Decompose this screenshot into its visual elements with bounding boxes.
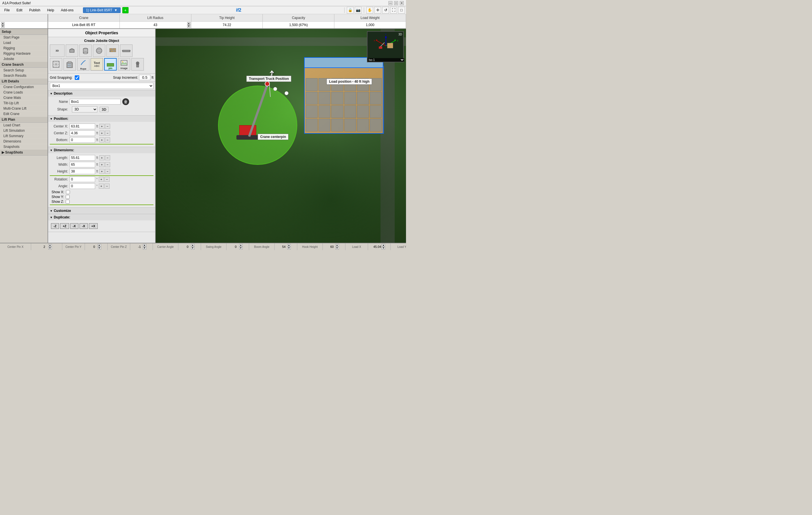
ca-down[interactable]: ▼: [191, 247, 195, 249]
lift-radius-up[interactable]: ▲: [187, 22, 191, 25]
bottom-plus[interactable]: +: [99, 137, 105, 142]
description-header[interactable]: ▼ Description: [48, 90, 155, 97]
create-sphere-button[interactable]: [93, 45, 105, 57]
center-z-input[interactable]: [70, 130, 95, 136]
lock-icon[interactable]: 🔒: [347, 7, 354, 13]
create-building-button[interactable]: [63, 58, 76, 71]
3d-viewport[interactable]: ↑ Transport Truck Position Crane centerp…: [156, 29, 406, 243]
sidebar-item-rigging-hardware[interactable]: Rigging Hardware: [0, 51, 48, 56]
create-text-button[interactable]: Text ABC: [91, 58, 103, 71]
create-image-button[interactable]: Image: [118, 58, 130, 71]
dup-neg-z[interactable]: -Z: [51, 223, 59, 229]
menu-help[interactable]: Help: [44, 7, 57, 13]
menu-file[interactable]: File: [1, 7, 13, 13]
sidebar-item-load[interactable]: Load: [0, 40, 48, 46]
create-ground-button[interactable]: pin: [104, 58, 117, 71]
hh-down[interactable]: ▼: [336, 247, 339, 249]
angle-plus[interactable]: +: [99, 184, 104, 189]
angle-minus[interactable]: −: [105, 184, 110, 189]
height-input[interactable]: [70, 168, 95, 174]
position-header[interactable]: ▼ Position:: [48, 115, 155, 122]
sidebar-item-search-results[interactable]: Search Results: [0, 73, 48, 79]
sidebar-item-lift-simulation[interactable]: Lift Simulation: [0, 128, 48, 133]
height-minus[interactable]: −: [105, 169, 110, 174]
grid-snapping-checkbox[interactable]: [75, 75, 79, 80]
cpx-up[interactable]: ▲: [49, 244, 52, 247]
center-z-plus[interactable]: +: [99, 131, 105, 136]
length-input[interactable]: [70, 155, 95, 161]
crane-selector-dropdown[interactable]: 1) Link-Belt 85RT ▼: [83, 7, 121, 13]
rotation-minus[interactable]: −: [105, 177, 110, 182]
row-up-button[interactable]: ▲: [1, 22, 4, 25]
ba-down[interactable]: ▼: [287, 247, 291, 249]
cpx-down[interactable]: ▼: [49, 247, 52, 249]
lx-up[interactable]: ▲: [382, 244, 385, 247]
create-box-button[interactable]: [66, 45, 78, 57]
add-crane-button[interactable]: +: [122, 7, 128, 13]
menu-addons[interactable]: Add-ons: [58, 7, 77, 13]
length-minus[interactable]: −: [105, 155, 110, 160]
sidebar-item-multi-crane[interactable]: Multi-Crane Lift: [0, 106, 48, 111]
sidebar-item-crane-loads[interactable]: Crane Loads: [0, 90, 48, 95]
sidebar-item-snapshots[interactable]: Snapshots: [0, 144, 48, 150]
center-x-minus[interactable]: −: [105, 124, 110, 129]
sidebar-item-lift-summary[interactable]: Lift Summary: [0, 133, 48, 139]
menu-publish[interactable]: Publish: [26, 7, 43, 13]
duplicate-header[interactable]: ▼ Duplicate:: [48, 214, 155, 220]
create-beam-button[interactable]: [120, 45, 133, 57]
lift-radius-down[interactable]: ▼: [187, 25, 191, 28]
sidebar-item-rigging[interactable]: Rigging: [0, 46, 48, 51]
height-plus[interactable]: +: [99, 169, 105, 174]
cpz-down[interactable]: ▼: [143, 247, 146, 249]
dup-neg-x-2[interactable]: -X: [80, 223, 88, 229]
angle-input[interactable]: [70, 183, 95, 189]
customize-header[interactable]: ▼ Customize: [48, 208, 155, 214]
sidebar-item-tilt-up[interactable]: Tilt-Up Lift: [0, 101, 48, 106]
dup-pos-x[interactable]: +X: [89, 223, 98, 229]
sa-up[interactable]: ▲: [239, 244, 243, 247]
viewport-panel[interactable]: ↑ Transport Truck Position Crane centerp…: [156, 29, 406, 243]
sidebar-item-search-setup[interactable]: Search Setup: [0, 68, 48, 73]
sidebar-item-start-page[interactable]: Start Page: [0, 35, 48, 40]
create-lattice-button[interactable]: [50, 58, 62, 71]
object-select[interactable]: Box1: [50, 83, 153, 89]
camera-icon[interactable]: 📷: [355, 7, 361, 13]
bottom-minus[interactable]: −: [105, 137, 110, 142]
hh-up[interactable]: ▲: [336, 244, 339, 247]
center-z-minus[interactable]: −: [105, 131, 110, 136]
snap-value-input[interactable]: [139, 75, 150, 80]
maximize-button[interactable]: □: [394, 1, 398, 5]
sidebar-item-crane-config[interactable]: Crane Configuration: [0, 84, 48, 90]
create-bricks-button[interactable]: [107, 45, 119, 57]
center-x-plus[interactable]: +: [99, 124, 105, 129]
sidebar-section-snapshots[interactable]: ▶ SnapShots: [0, 150, 48, 156]
ba-up[interactable]: ▲: [287, 244, 291, 247]
delete-button[interactable]: 🗑: [122, 98, 129, 105]
cpy-down[interactable]: ▼: [98, 247, 101, 249]
center-x-input[interactable]: [70, 124, 95, 129]
sidebar-item-load-chart[interactable]: Load Chart: [0, 123, 48, 128]
sa-down[interactable]: ▼: [239, 247, 243, 249]
width-input[interactable]: [70, 162, 95, 167]
row-down-button[interactable]: ▼: [1, 25, 4, 28]
create-cylinder-button[interactable]: [79, 45, 92, 57]
minimize-button[interactable]: —: [388, 1, 393, 5]
create-rope-button[interactable]: Rope: [77, 58, 89, 71]
create-pin-button[interactable]: [132, 58, 144, 71]
sidebar-item-jobsite[interactable]: Jobsite: [0, 56, 48, 62]
frame-icon[interactable]: □: [398, 7, 405, 13]
sidebar-item-dimensions[interactable]: Dimensions: [0, 139, 48, 144]
ca-up[interactable]: ▲: [191, 244, 195, 247]
fit-icon[interactable]: ⛶: [390, 7, 397, 13]
dimensions-header[interactable]: ▼ Dimensions:: [48, 147, 155, 153]
close-button[interactable]: ✕: [400, 1, 404, 5]
width-minus[interactable]: −: [105, 162, 110, 167]
cpy-up[interactable]: ▲: [98, 244, 101, 247]
length-plus[interactable]: +: [99, 155, 105, 160]
show-x-checkbox[interactable]: [66, 190, 70, 194]
width-plus[interactable]: +: [99, 162, 105, 167]
dup-neg-x-1[interactable]: -X: [70, 223, 79, 229]
move-icon[interactable]: ✛: [374, 7, 381, 13]
mini-iso-select[interactable]: Iso 1: [368, 58, 404, 62]
show-y-checkbox[interactable]: [66, 195, 70, 199]
